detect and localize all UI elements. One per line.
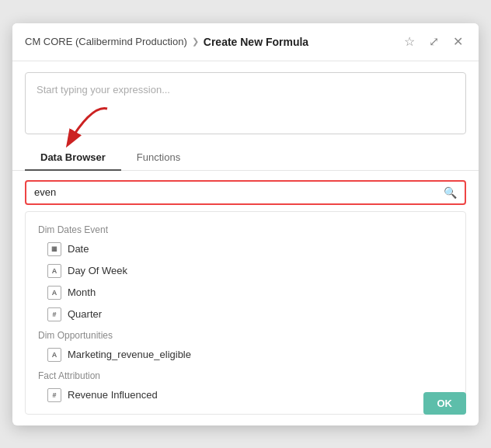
list-item[interactable]: ▦ Date [26,238,465,260]
breadcrumb: CM CORE (Calibermind Production) ❯ Creat… [25,36,308,48]
breadcrumb-root[interactable]: CM CORE (Calibermind Production) [25,36,187,47]
group-label-fact-attr: Fact Attribution [26,366,465,384]
list-item[interactable]: A Day Of Week [26,260,465,282]
breadcrumb-current: Create New Formula [204,36,308,48]
alpha-icon: A [47,264,61,278]
alpha-icon: A [47,286,61,300]
modal-wrapper: CM CORE (Calibermind Production) ❯ Creat… [0,0,491,448]
list-item[interactable]: A Marketing_revenue_eligible [26,344,465,366]
list-item[interactable]: # Quarter [26,304,465,325]
header-actions: ☆ ⤢ ✕ [401,34,466,50]
calendar-icon: ▦ [47,242,61,256]
group-label-dim-opp: Dim Opportunities [26,325,465,344]
hash-icon: # [47,307,61,321]
ok-button[interactable]: OK [423,392,467,415]
tab-data-browser[interactable]: Data Browser [25,145,121,171]
alpha-icon: A [47,348,61,362]
results-container: Dim Dates Event ▦ Date A Day Of Week A M… [25,211,466,415]
search-input[interactable] [34,186,444,198]
expand-button[interactable]: ⤢ [426,34,442,50]
star-button[interactable]: ☆ [401,34,418,50]
hash-icon: # [47,388,61,402]
modal-header: CM CORE (Calibermind Production) ❯ Creat… [12,23,479,61]
group-label-dim-dates: Dim Dates Event [26,220,465,238]
close-button[interactable]: ✕ [450,34,466,50]
search-wrapper: 🔍 [25,180,466,205]
search-icon: 🔍 [444,186,457,199]
list-item[interactable]: A Month [26,282,465,304]
expression-placeholder: Start typing your expression... [37,84,170,96]
tabs-row: Data Browser Functions [12,145,479,171]
tab-functions[interactable]: Functions [121,145,196,171]
expression-area[interactable]: Start typing your expression... [25,72,466,134]
list-item[interactable]: # Revenue Influenced [26,384,465,406]
chevron-icon: ❯ [192,36,199,47]
modal: CM CORE (Calibermind Production) ❯ Creat… [12,23,479,425]
